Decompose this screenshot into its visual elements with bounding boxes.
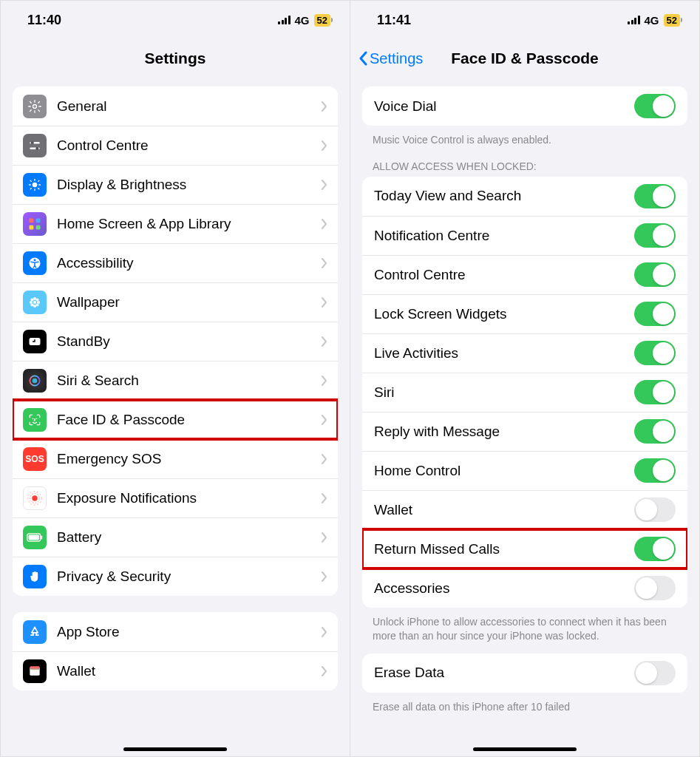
row-label: Siri bbox=[374, 384, 634, 401]
battery-indicator: 52 bbox=[664, 14, 680, 27]
svg-rect-31 bbox=[41, 535, 42, 539]
settings-row-control-centre[interactable]: Control Centre bbox=[13, 126, 338, 165]
toggle-today-view[interactable] bbox=[634, 184, 676, 208]
back-label: Settings bbox=[370, 50, 423, 67]
svg-point-0 bbox=[33, 104, 37, 108]
toggle-home-control[interactable] bbox=[634, 458, 676, 483]
row-label: Home Control bbox=[374, 463, 634, 479]
access-row-today-view[interactable]: Today View and Search bbox=[362, 177, 687, 216]
row-label: Wallet bbox=[374, 502, 634, 518]
allow-access-footer: Unlock iPhone to allow accessories to co… bbox=[350, 611, 699, 654]
row-label: Face ID & Passcode bbox=[57, 412, 322, 428]
settings-row-siri-search[interactable]: Siri & Search bbox=[13, 361, 338, 400]
chevron-right-icon bbox=[322, 376, 327, 386]
row-label: Home Screen & App Library bbox=[57, 216, 322, 232]
access-row-home-control[interactable]: Home Control bbox=[362, 451, 687, 490]
toggle-control-centre[interactable] bbox=[634, 262, 676, 287]
chevron-right-icon bbox=[322, 415, 327, 425]
access-row-lock-screen-widgets[interactable]: Lock Screen Widgets bbox=[362, 294, 687, 333]
erase-data-toggle[interactable] bbox=[634, 661, 676, 685]
sos-icon: SOS bbox=[23, 447, 47, 471]
settings-row-wallpaper[interactable]: Wallpaper bbox=[13, 282, 338, 322]
toggle-reply-message[interactable] bbox=[634, 419, 676, 444]
toggle-live-activities[interactable] bbox=[634, 341, 676, 365]
svg-rect-35 bbox=[30, 666, 39, 668]
settings-row-display-brightness[interactable]: Display & Brightness bbox=[13, 165, 338, 204]
access-row-wallet[interactable]: Wallet bbox=[362, 490, 687, 529]
back-button[interactable]: Settings bbox=[358, 50, 423, 67]
toggle-lock-screen-widgets[interactable] bbox=[634, 302, 676, 326]
row-label: Control Centre bbox=[57, 138, 322, 154]
svg-rect-7 bbox=[36, 219, 41, 223]
settings-row-accessibility[interactable]: Accessibility bbox=[13, 243, 338, 282]
svg-point-20 bbox=[35, 303, 38, 306]
cellular-signal-icon bbox=[278, 16, 290, 24]
svg-point-12 bbox=[33, 301, 36, 304]
chevron-right-icon bbox=[322, 454, 327, 464]
voice-dial-footer: Music Voice Control is always enabled. bbox=[350, 129, 699, 157]
chevron-left-icon bbox=[358, 51, 368, 66]
voice-dial-label: Voice Dial bbox=[374, 98, 634, 115]
settings-row-face-id[interactable]: Face ID & Passcode bbox=[13, 400, 338, 439]
toggle-siri[interactable] bbox=[634, 380, 676, 404]
status-right: 4G 52 bbox=[278, 14, 330, 27]
toggle-accessories[interactable] bbox=[634, 576, 676, 600]
svg-point-3 bbox=[31, 141, 34, 144]
page-title: Settings bbox=[145, 50, 206, 67]
network-label: 4G bbox=[295, 14, 310, 27]
status-time: 11:40 bbox=[27, 13, 61, 28]
access-row-return-missed-calls[interactable]: Return Missed Calls bbox=[362, 529, 687, 568]
row-label: Lock Screen Widgets bbox=[374, 306, 634, 322]
access-row-notification-centre[interactable]: Notification Centre bbox=[362, 216, 687, 255]
toggle-wallet[interactable] bbox=[634, 498, 676, 522]
row-label: Accessibility bbox=[57, 255, 322, 271]
settings-row-general[interactable]: General bbox=[13, 86, 338, 126]
phone-settings-list: 11:40 4G 52 Settings GeneralControl Cent… bbox=[1, 1, 350, 756]
home-indicator[interactable] bbox=[123, 747, 227, 751]
settings-row-home-screen[interactable]: Home Screen & App Library bbox=[13, 204, 338, 243]
svg-point-24 bbox=[33, 418, 34, 420]
svg-point-4 bbox=[35, 147, 38, 150]
voice-dial-toggle[interactable] bbox=[634, 94, 676, 118]
voice-dial-row[interactable]: Voice Dial bbox=[362, 86, 687, 126]
svg-point-11 bbox=[34, 259, 36, 261]
row-label: Notification Centre bbox=[374, 228, 634, 244]
access-row-reply-message[interactable]: Reply with Message bbox=[362, 412, 687, 451]
access-row-siri[interactable]: Siri bbox=[362, 373, 687, 412]
toggle-notification-centre[interactable] bbox=[634, 223, 676, 248]
settings-group-store: App StoreWallet bbox=[13, 612, 338, 690]
row-label: Battery bbox=[57, 529, 322, 546]
chevron-right-icon bbox=[322, 666, 327, 676]
accessibility-icon bbox=[23, 251, 47, 275]
settings-row-app-store[interactable]: App Store bbox=[13, 612, 338, 651]
toggle-return-missed-calls[interactable] bbox=[634, 537, 676, 561]
erase-data-group: Erase Data bbox=[362, 654, 687, 693]
chevron-right-icon bbox=[322, 336, 327, 347]
settings-row-battery[interactable]: Battery bbox=[13, 517, 338, 557]
voice-dial-group: Voice Dial bbox=[362, 86, 687, 126]
row-label: Reply with Message bbox=[374, 424, 634, 440]
settings-row-emergency-sos[interactable]: SOSEmergency SOS bbox=[13, 439, 338, 478]
status-right: 4G 52 bbox=[628, 14, 680, 27]
row-label: Control Centre bbox=[374, 267, 634, 283]
row-label: Display & Brightness bbox=[57, 177, 322, 193]
chevron-right-icon bbox=[322, 258, 327, 268]
gear-icon bbox=[23, 95, 47, 118]
svg-point-23 bbox=[33, 378, 38, 384]
erase-data-row[interactable]: Erase Data bbox=[362, 654, 687, 693]
access-row-live-activities[interactable]: Live Activities bbox=[362, 333, 687, 373]
access-row-control-centre[interactable]: Control Centre bbox=[362, 255, 687, 294]
settings-row-standby[interactable]: StandBy bbox=[13, 322, 338, 361]
grid-icon bbox=[23, 212, 47, 236]
settings-row-privacy[interactable]: Privacy & Security bbox=[13, 557, 338, 596]
chevron-right-icon bbox=[322, 297, 327, 308]
wallet-icon bbox=[23, 659, 47, 683]
settings-row-exposure[interactable]: Exposure Notifications bbox=[13, 478, 338, 517]
home-indicator[interactable] bbox=[473, 747, 577, 751]
row-label: Siri & Search bbox=[57, 373, 322, 389]
settings-row-wallet[interactable]: Wallet bbox=[13, 651, 338, 690]
network-label: 4G bbox=[645, 14, 659, 27]
row-label: Wallpaper bbox=[57, 294, 322, 310]
appstore-icon bbox=[23, 620, 47, 644]
access-row-accessories[interactable]: Accessories bbox=[362, 568, 687, 608]
